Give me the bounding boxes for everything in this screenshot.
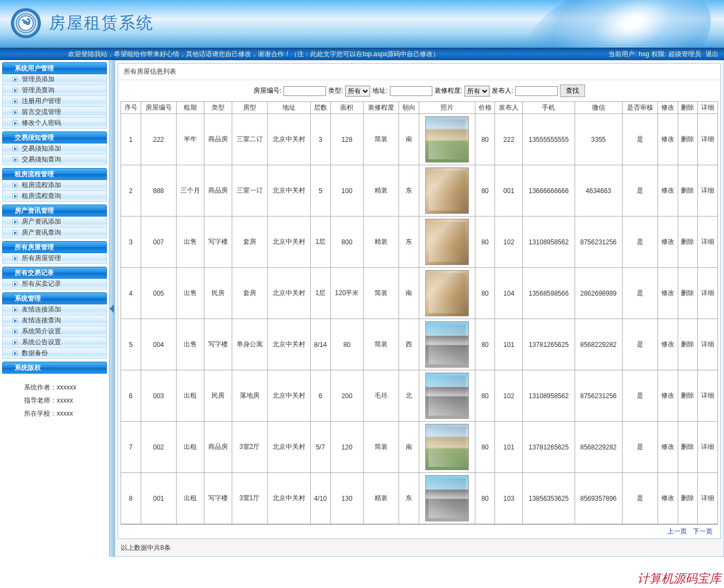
menu-link[interactable]: 所有房屋管理 (22, 254, 61, 263)
delete-link[interactable]: 删除 (681, 187, 694, 194)
menu-link[interactable]: 系统简介设置 (22, 327, 61, 336)
menu-item[interactable]: 系统简介设置 (2, 326, 107, 337)
house-thumbnail[interactable] (425, 475, 469, 521)
menu-link[interactable]: 数据备份 (22, 349, 48, 358)
search-button[interactable] (560, 85, 585, 97)
edit-link[interactable]: 修改 (661, 392, 674, 399)
detail-link[interactable]: 详细 (701, 135, 714, 143)
menu-item[interactable]: 数据备份 (2, 348, 107, 359)
house-thumbnail[interactable] (425, 167, 469, 214)
cell: 5/7 (310, 422, 330, 473)
detail-link[interactable]: 详细 (701, 443, 714, 451)
menu-item[interactable]: 所有房屋管理 (2, 253, 107, 264)
filter-pub-input[interactable] (515, 86, 558, 96)
menu-link[interactable]: 系统公告设置 (22, 338, 61, 347)
menu-item[interactable]: 修改个人密码 (2, 118, 107, 129)
house-thumbnail[interactable] (425, 424, 469, 470)
delete-link[interactable]: 删除 (681, 135, 694, 143)
cell: 3 (310, 114, 330, 165)
welcome-text: 欢迎登陆我站，希望能给你带来好心情，其他话语请您自己修改，谢谢合作！（注：此处文… (5, 50, 608, 59)
edit-link[interactable]: 修改 (661, 289, 674, 297)
menu-item[interactable]: 房产资讯查询 (2, 227, 107, 238)
menu-link[interactable]: 友情连接查询 (22, 316, 61, 325)
menu-link[interactable]: 房产资讯添加 (22, 217, 61, 226)
menu-item[interactable]: 系统公告设置 (2, 337, 107, 348)
menu-link[interactable]: 注册用户管理 (22, 97, 61, 106)
filter-type-select[interactable]: 所有 (345, 86, 370, 97)
prev-page-link[interactable]: 上一页 (667, 527, 687, 535)
menu-header[interactable]: 系统管理 (2, 292, 107, 304)
edit-link[interactable]: 修改 (661, 494, 674, 502)
filter-deco-select[interactable]: 所有 (464, 86, 490, 97)
delete-link[interactable]: 删除 (681, 238, 694, 245)
menu-link[interactable]: 修改个人密码 (22, 118, 61, 128)
menu-link[interactable]: 管理员查询 (22, 86, 55, 95)
house-thumbnail[interactable] (425, 219, 469, 265)
delete-link[interactable]: 删除 (681, 443, 694, 451)
house-thumbnail[interactable] (425, 321, 469, 368)
house-thumbnail[interactable] (425, 373, 469, 419)
delete-link[interactable]: 删除 (681, 494, 694, 502)
delete-link[interactable]: 删除 (681, 392, 694, 399)
delete-link[interactable]: 删除 (681, 340, 694, 348)
column-header: 房型 (232, 102, 267, 114)
filter-addr-input[interactable] (390, 86, 432, 96)
house-thumbnail[interactable] (425, 116, 469, 163)
menu-header[interactable]: 系统版权 (2, 362, 107, 374)
menu-link[interactable]: 友情连接添加 (22, 305, 61, 314)
menu-section: 系统用户管理管理员添加管理员查询注册用户管理留言交流管理修改个人密码 (2, 62, 107, 129)
detail-link[interactable]: 详细 (701, 392, 714, 399)
edit-link[interactable]: 修改 (661, 238, 674, 245)
menu-item[interactable]: 租房流程查询 (2, 191, 107, 202)
logout-link[interactable]: 退出 (705, 50, 719, 59)
detail-link[interactable]: 详细 (701, 494, 714, 502)
menu-item[interactable]: 房产资讯添加 (2, 217, 107, 227)
edit-link[interactable]: 修改 (661, 340, 674, 348)
cell: 222 (141, 114, 176, 165)
menu-item[interactable]: 交易须知查询 (2, 154, 107, 165)
menu-item[interactable]: 租房流程添加 (2, 180, 107, 191)
cell: 出租 (176, 422, 204, 473)
menu-header[interactable]: 交易须知管理 (2, 131, 107, 143)
cell: 是 (622, 114, 657, 165)
sidebar-collapse-handle[interactable] (109, 60, 114, 557)
menu-item[interactable]: 管理员查询 (2, 85, 107, 96)
filter-code-input[interactable] (283, 86, 326, 96)
menu-link[interactable]: 留言交流管理 (22, 107, 61, 117)
menu-link[interactable]: 交易须知查询 (22, 155, 61, 164)
menu-link[interactable]: 所有买卖记录 (22, 279, 61, 289)
edit-link[interactable]: 修改 (661, 443, 674, 451)
menu-link[interactable]: 租房流程查询 (22, 191, 61, 201)
menu-link[interactable]: 交易须知添加 (22, 144, 61, 153)
menu-header[interactable]: 所有房屋管理 (2, 241, 107, 253)
status-right: 当前用户: hsg 权限: 超级管理员 退出 (608, 50, 719, 59)
next-page-link[interactable]: 下一页 (693, 527, 713, 535)
menu-link[interactable]: 管理员添加 (22, 75, 55, 84)
menu-item[interactable]: 友情连接查询 (2, 315, 107, 326)
detail-link[interactable]: 详细 (701, 289, 714, 297)
menu-item[interactable]: 注册用户管理 (2, 96, 107, 107)
edit-link[interactable]: 修改 (661, 135, 674, 143)
detail-link[interactable]: 详细 (701, 187, 714, 194)
menu-link[interactable]: 房产资讯查询 (22, 228, 61, 237)
delete-link[interactable]: 删除 (681, 289, 694, 297)
menu-item[interactable]: 管理员添加 (2, 74, 107, 85)
cell: 13781265625 (523, 319, 575, 370)
detail-link[interactable]: 详细 (701, 238, 714, 245)
menu-item[interactable]: 友情连接添加 (2, 304, 107, 315)
menu-item[interactable]: 交易须知添加 (2, 143, 107, 154)
menu-header[interactable]: 租房流程管理 (2, 168, 107, 180)
menu-header[interactable]: 系统用户管理 (2, 62, 107, 74)
cell: 是 (622, 165, 657, 217)
house-thumbnail[interactable] (425, 270, 469, 316)
menu-link[interactable]: 租房流程添加 (22, 181, 61, 190)
edit-link[interactable]: 修改 (661, 187, 674, 194)
menu-section: 系统版权 (2, 362, 107, 374)
credits: 系统作者：xxxxxx指导老师：xxxxx所在学校：xxxxx (2, 376, 107, 420)
menu-header[interactable]: 房产资讯管理 (2, 205, 107, 217)
menu-header[interactable]: 所有交易记录 (2, 267, 107, 279)
detail-link[interactable]: 详细 (701, 340, 714, 348)
menu-item[interactable]: 所有买卖记录 (2, 279, 107, 290)
menu-item[interactable]: 留言交流管理 (2, 107, 107, 118)
sidebar: 系统用户管理管理员添加管理员查询注册用户管理留言交流管理修改个人密码交易须知管理… (0, 60, 109, 557)
